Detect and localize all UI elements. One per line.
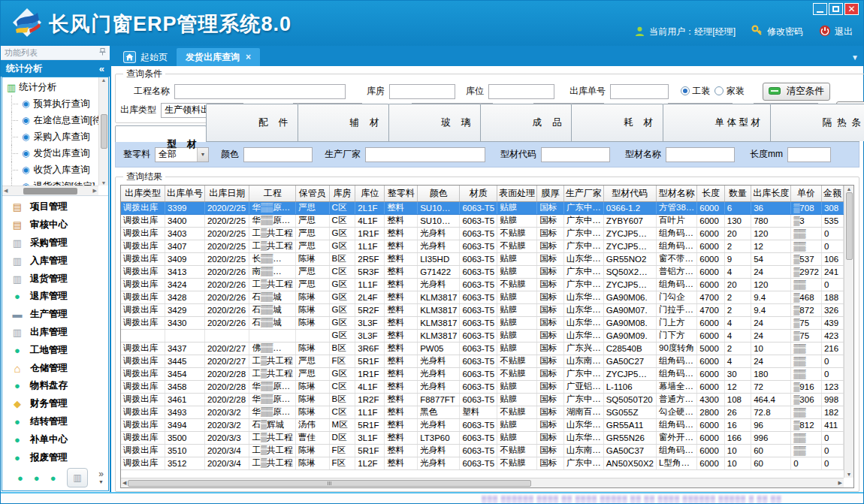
scrollbar-thumb[interactable] [101, 114, 107, 149]
column-header[interactable]: 出库日期 [204, 186, 249, 201]
column-header[interactable]: 材质 [460, 186, 497, 201]
factory-input[interactable] [365, 147, 485, 162]
sidebar-menu-item[interactable]: ▥ 退货管理 [11, 273, 108, 285]
column-header[interactable]: 出库长度 [751, 186, 791, 201]
column-header[interactable]: 库房 [329, 186, 355, 201]
scroll-up-icon[interactable]: ▲ [847, 186, 852, 192]
material-tab[interactable]: 型 材 [115, 125, 207, 142]
sidebar-menu-item[interactable]: ● 工地管理 [11, 344, 108, 357]
column-header[interactable]: 表面处理 [497, 186, 537, 201]
color-input[interactable] [243, 147, 313, 162]
column-header[interactable]: 整零料 [385, 186, 418, 201]
project-name-input[interactable] [174, 84, 346, 99]
module-dot-icon[interactable]: ● [34, 472, 40, 484]
table-row[interactable]: 调拨出库35122020/3/4工▒共工程陈琳F区1L2F整料光身料6063-T… [121, 457, 844, 469]
module-dot-icon[interactable]: ● [50, 472, 56, 484]
sidebar-menu-item[interactable]: ▥ 入库管理 [11, 255, 108, 267]
radio-jiazhuang[interactable]: 家装 [714, 85, 744, 98]
order-no-input[interactable] [610, 84, 669, 99]
minimize-button[interactable] [813, 3, 827, 15]
table-row[interactable]: 调拨出库34032020/2/25工▒共工程严思G区1R1F整料光身料6063-… [121, 227, 844, 240]
scrollbar-thumb[interactable] [23, 188, 77, 195]
radio-unselected-icon[interactable] [714, 86, 724, 95]
scroll-down-icon[interactable]: ▼ [101, 180, 107, 186]
material-tab[interactable]: 辅 材 [298, 104, 389, 141]
table-row[interactable]: G区3L3F整料KLM38176063-T5贴膜国标山东华…GA90M09.门下… [121, 329, 844, 342]
table-row[interactable]: 调拨出库34092020/2/25长▒▒…陈琳B区2R5F整料LI35HD606… [121, 252, 844, 265]
scroll-down-icon[interactable]: ▼ [847, 472, 852, 477]
table-row[interactable]: 调拨出库35102020/3/4工▒共工程陈琳F区5R1F整料光身料6063-T… [121, 444, 844, 457]
column-header[interactable]: 生产厂家 [563, 186, 603, 201]
table-row[interactable]: 调拨出库34942020/3/2石▒辉城汤伟M区5R1F整料光身料6063-T5… [121, 418, 844, 431]
radio-gongzhuang[interactable]: 工装 [681, 85, 710, 98]
location-input[interactable] [488, 84, 554, 99]
scroll-right-icon[interactable]: ▶ [93, 188, 97, 194]
profile-name-input[interactable] [666, 147, 735, 162]
table-row[interactable]: 调拨出库33992020/2/25华▒▒原…严思C区2L1F整料SU10…606… [121, 201, 844, 214]
scroll-left-icon[interactable]: ◀ [122, 480, 126, 486]
scroll-up-icon[interactable]: ▲ [101, 77, 107, 83]
sidebar-menu-item[interactable]: ▤ 项目管理 [11, 201, 108, 213]
sidebar-menu-item[interactable]: ▬ 生产管理 [11, 308, 108, 321]
dropdown-arrow-icon[interactable]: ▼ [197, 148, 208, 161]
warehouse-input[interactable] [389, 84, 455, 99]
column-header[interactable]: 颜色 [418, 186, 460, 201]
grid-horizontal-scrollbar[interactable]: ◀ ▶ [121, 478, 844, 487]
clear-conditions-button[interactable]: 清空条件 [763, 83, 830, 101]
tree-item[interactable]: ◉ 预算执行查询 [2, 95, 98, 112]
tree-item[interactable]: ◉ 退货查询[待定] [2, 178, 98, 186]
pin-icon[interactable] [99, 48, 106, 57]
column-header[interactable]: 保管员 [295, 186, 329, 201]
module-dot-icon[interactable]: ● [17, 472, 23, 484]
sidebar-menu-item[interactable]: ▤ 审核中心 [11, 219, 108, 231]
column-header[interactable]: 长度 [697, 186, 724, 201]
logout-button[interactable]: 退出 [819, 25, 853, 39]
column-header[interactable]: 出库单号 [165, 186, 204, 201]
material-tab[interactable]: 耗 材 [571, 104, 663, 141]
length-input[interactable] [787, 147, 831, 162]
maximize-button[interactable] [829, 3, 843, 15]
scrollbar-thumb[interactable] [128, 480, 530, 487]
column-header[interactable]: 金额 [821, 186, 843, 201]
table-row[interactable]: 调拨出库34292020/2/26石▒▒城陈琳G区5R2F整料KLM381760… [121, 303, 844, 316]
profile-code-input[interactable] [541, 147, 610, 162]
sidebar-menu-item[interactable]: ● 报废管理 [11, 451, 108, 464]
collapse-icon[interactable]: « [99, 63, 104, 74]
scrollbar-thumb[interactable] [846, 192, 853, 260]
tab-list-dropdown-icon[interactable]: ▼ [851, 53, 859, 62]
column-header[interactable]: 单价 [791, 186, 822, 201]
table-row[interactable]: 调拨出库34132020/2/26南▒▒…严思C区5R3F整料G71422606… [121, 265, 844, 278]
tree-item[interactable]: ◉ 在途信息查询[待 [2, 112, 98, 128]
sidebar-menu-item[interactable]: ● 补单中心 [11, 433, 108, 446]
table-row[interactable]: 调拨出库34932020/3/2华▒▒原…陈琳C区1L1F整料黑色塑料不贴膜国标… [121, 406, 844, 418]
tab-close-icon[interactable]: × [246, 52, 251, 62]
menu-overflow-button[interactable]: »▼ [98, 471, 104, 485]
table-row[interactable]: 调拨出库34302020/2/26石▒▒城陈琳G区3L3F整料KLM381760… [121, 316, 844, 329]
column-header[interactable]: 工程 [249, 186, 295, 201]
scroll-left-icon[interactable]: ◀ [4, 188, 8, 194]
grid-vertical-scrollbar[interactable]: ▲ ▼ [844, 186, 853, 478]
sidebar-menu-item[interactable]: ◆ 财务管理 [11, 397, 108, 410]
material-tab[interactable]: 隔 热 条 [770, 104, 864, 141]
table-row[interactable]: 调拨出库34072020/2/25工▒共工程严思G区1L1F整料光身料6063-… [121, 240, 844, 252]
table-row[interactable]: 调拨出库35002020/3/3工▒共工程曹佳D区3L1F整料LT3P60606… [121, 431, 844, 444]
scroll-right-icon[interactable]: ▶ [838, 480, 842, 486]
active-module-button[interactable]: ▥ [67, 468, 88, 487]
sidebar-menu-item[interactable]: ▥ 采购管理 [11, 237, 108, 249]
tab-shipment-outbound-query[interactable]: 发货出库查询 × [177, 48, 260, 66]
material-tab[interactable]: 玻 璃 [388, 104, 480, 141]
material-tab[interactable]: 配 件 [206, 104, 298, 141]
sidebar-menu-item[interactable]: ● 退库管理 [11, 290, 108, 303]
column-header[interactable]: 型材名称 [657, 186, 697, 201]
table-row[interactable]: 调拨出库34002020/2/25华▒▒原…严思C区4L1F整料SU10…606… [121, 214, 844, 227]
table-row[interactable]: 调拨出库34542020/2/28工▒共工程严思G区1R1F整料光身料6063-… [121, 367, 844, 380]
column-header[interactable]: 库位 [355, 186, 385, 201]
tree-item[interactable]: ◉ 收货入库查询 [2, 161, 98, 178]
tree-root-node[interactable]: ▥ 统计分析 [2, 79, 98, 95]
tree-horizontal-scrollbar[interactable]: ◀ ▶ [2, 186, 98, 195]
material-tab[interactable]: 成 品 [480, 104, 572, 141]
table-row[interactable]: 调拨出库34612020/2/28华▒▒原…陈琳B区1R2F整料F8877FT6… [121, 393, 844, 406]
table-row[interactable]: 调拨出库34582020/2/28华▒▒原…陈琳C区4L1F整料光身料6063-… [121, 380, 844, 393]
tree-item[interactable]: ◉ 采购入库查询 [2, 128, 98, 145]
tree-vertical-scrollbar[interactable]: ▲ ▼ [98, 77, 108, 186]
